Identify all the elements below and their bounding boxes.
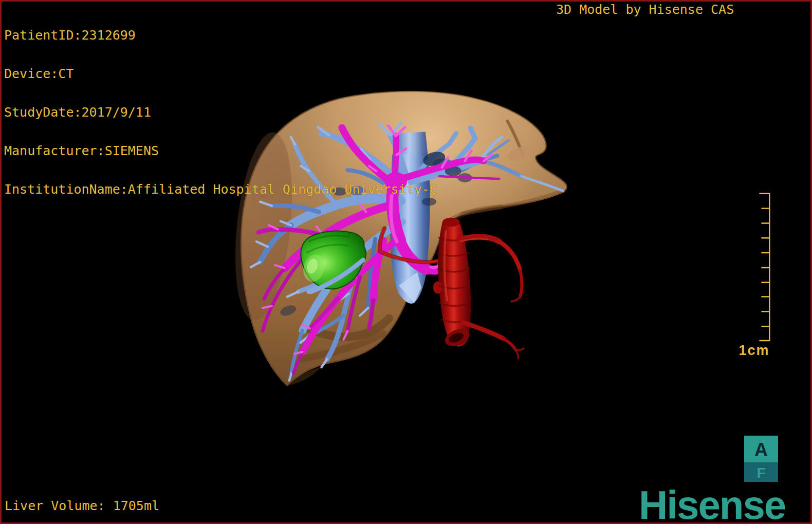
scale-ruler	[759, 194, 769, 341]
aorta	[433, 218, 524, 359]
institution-name-line: InstitutionName:Affiliated Hospital Qing…	[4, 183, 437, 196]
device-line: Device:CT	[4, 67, 437, 80]
orientation-secondary-letter: F	[756, 465, 765, 481]
watermark-label: 3D Model by Hisense CAS	[556, 3, 734, 16]
scale-ruler-label: 1cm	[739, 343, 770, 358]
hisense-logo: Hisense	[639, 485, 785, 524]
viewer-canvas[interactable]: 1cm PatientID:2312699 Device:CT StudyDat…	[0, 0, 812, 524]
orientation-cube[interactable]: A F	[744, 436, 778, 483]
patient-id-line: PatientID:2312699	[4, 29, 437, 42]
study-date-line: StudyDate:2017/9/11	[4, 106, 437, 119]
liver-volume-label: Liver Volume: 1705ml	[5, 499, 159, 512]
patient-info-overlay: PatientID:2312699 Device:CT StudyDate:20…	[4, 3, 437, 221]
manufacturer-line: Manufacturer:SIEMENS	[4, 144, 437, 157]
orientation-front-letter: A	[754, 439, 768, 460]
